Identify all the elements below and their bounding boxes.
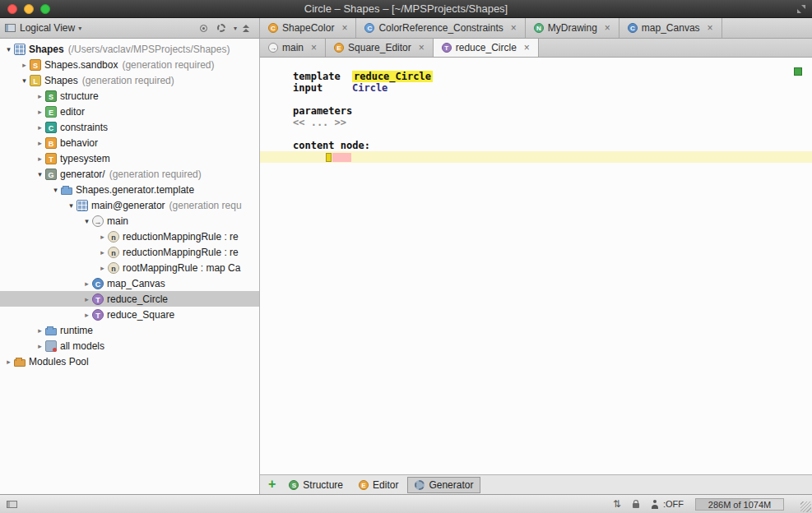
lock-icon[interactable] [633,503,639,508]
tree-item-reductionmappingrule-re[interactable]: ▸nreductionMappingRule : re [0,244,259,260]
chevron-right-icon[interactable]: ▸ [35,155,45,163]
close-button[interactable] [7,4,17,14]
tree-item-behavior[interactable]: ▸Bbehavior [0,135,259,150]
tree-item-reduce-circle[interactable]: ▸Treduce_Circle [0,291,259,307]
add-aspect-button[interactable]: + [268,477,276,492]
tab-map-canvas[interactable]: Cmap_Canvas× [619,18,722,38]
chevron-down-icon[interactable]: ▾ [50,186,61,194]
close-icon[interactable]: × [311,42,317,53]
close-icon[interactable]: × [524,42,530,53]
chevron-right-icon[interactable]: ▸ [35,92,45,100]
close-icon[interactable]: × [511,22,517,34]
tree-item-reductionmappingrule-re[interactable]: ▸nreductionMappingRule : re [0,229,259,244]
error-cell[interactable] [332,153,351,162]
gear-chevron-down-icon[interactable]: ▾ [234,25,237,32]
tab-colorreference-constraints[interactable]: CColorReference_Constraints× [356,18,525,38]
resize-grip-icon[interactable] [800,501,811,512]
close-icon[interactable]: × [419,42,425,53]
memory-indicator[interactable]: 286M of 1074M [695,498,784,511]
bottom-tab-structure[interactable]: SStructure [282,478,350,492]
view-selector[interactable]: Logical View [20,22,75,34]
title-bar[interactable]: Circle – Shapes – [~/MPSProjects/Shapes] [0,0,812,18]
chevron-right-icon[interactable]: ▸ [35,108,45,116]
tree-item-rootmappingrule-map-ca[interactable]: ▸nrootMappingRule : map Ca [0,260,259,275]
close-icon[interactable]: × [708,22,713,34]
tab-mydrawing[interactable]: NMyDrawing× [526,18,619,38]
tab-main[interactable]: →main× [260,39,326,57]
chevron-right-icon[interactable]: ▸ [35,326,45,335]
tree-item-constraints[interactable]: ▸Cconstraints [0,119,259,135]
close-icon[interactable]: × [605,22,610,34]
chevron-right-icon[interactable]: ▸ [81,280,92,288]
chevron-right-icon[interactable]: ▸ [19,61,30,69]
tree-item-editor[interactable]: ▸Eeditor [0,104,259,119]
chevron-down-icon[interactable]: ▾ [19,76,30,85]
project-view-toolbar: Logical View ▾ ▾ [0,18,260,38]
chevron-right-icon[interactable]: ▸ [81,295,92,303]
tree-item-shapes[interactable]: ▾LShapes(generation required) [0,72,259,88]
content-node-line: content node: [260,140,812,151]
tab-label: main [282,42,304,53]
rule-icon: n [108,231,119,243]
editor-tab-row-2: →main×ESquare_Editor×Treduce_Circle× [260,39,812,58]
chevron-down-icon[interactable]: ▾ [81,217,92,225]
tree-item-structure[interactable]: ▸Sstructure [0,88,259,104]
parameters-placeholder[interactable]: << ... >> [293,117,346,128]
hector-icon[interactable] [651,500,659,509]
chevron-right-icon[interactable]: ▸ [35,139,45,147]
chevron-right-icon[interactable]: ▸ [3,358,14,366]
tree-item-label: constraints [60,122,108,133]
chevron-right-icon[interactable]: ▸ [97,248,108,256]
toolwindow-toggle-icon[interactable] [7,501,17,508]
main-icon: → [92,215,104,227]
chevron-right-icon[interactable]: ▸ [35,123,45,132]
tree-item-shapes[interactable]: ▾Shapes(/Users/vaclav/MPSProjects/Shapes… [0,41,259,57]
tab-square-editor[interactable]: ESquare_Editor× [326,39,434,57]
tree-item-shapes-sandbox[interactable]: ▸SShapes.sandbox(generation required) [0,57,259,72]
rule-icon: n [108,262,119,274]
tree-item-shapes-generator-template[interactable]: ▾Shapes.generator.template [0,182,259,197]
collapse-all-icon[interactable] [242,25,249,32]
tree-item-all-models[interactable]: ▸all models [0,338,259,354]
tree-item-typesystem[interactable]: ▸Ttypesystem [0,150,259,166]
canvas-icon: C [628,23,638,33]
chevron-right-icon[interactable]: ▸ [35,342,45,350]
tree-item-map-canvas[interactable]: ▸Cmap_Canvas [0,275,259,291]
tree-item-generator[interactable]: ▾Ggenerator/(generation required) [0,166,259,182]
scroll-to-source-icon[interactable] [200,25,207,32]
chevron-right-icon[interactable]: ▸ [81,311,92,319]
project-tree[interactable]: ▾Shapes(/Users/vaclav/MPSProjects/Shapes… [0,39,260,494]
inspection-status-icon[interactable] [794,67,802,76]
chevron-down-icon[interactable]: ▾ [35,170,45,178]
cursor-cell[interactable] [326,153,332,162]
editor-e-icon: E [359,480,369,490]
gear-icon[interactable] [217,24,225,32]
fullscreen-icon[interactable] [797,5,805,13]
chevron-down-icon[interactable]: ▾ [78,25,81,32]
zoom-button[interactable] [40,4,50,14]
close-icon[interactable]: × [341,22,347,34]
tab-shapecolor[interactable]: CShapeColor× [260,18,356,38]
tree-item-modules-pool[interactable]: ▸Modules Pool [0,354,259,369]
chevron-right-icon[interactable]: ▸ [97,233,108,241]
editor-area[interactable]: templatereduce_Circle inputCircle parame… [260,58,812,474]
chevron-right-icon[interactable]: ▸ [97,264,108,272]
input-value[interactable]: Circle [352,82,387,94]
canvas-icon: C [92,278,104,289]
bottom-tab-generator[interactable]: Generator [407,477,480,493]
tree-item-reduce-square[interactable]: ▸Treduce_Square [0,307,259,322]
tree-item-runtime[interactable]: ▸runtime [0,322,259,338]
tree-item-main[interactable]: ▾→main [0,213,259,229]
aspect-tab-bar: + SStructureEEditorGenerator [260,474,812,494]
tree-item-suffix: (/Users/vaclav/MPSProjects/Shapes) [68,44,230,55]
tab-reduce-circle[interactable]: Treduce_Circle× [434,39,539,57]
template-name[interactable]: reduce_Circle [352,71,433,82]
current-line[interactable] [260,151,812,163]
chevron-down-icon[interactable]: ▾ [66,201,77,210]
updown-arrows-icon[interactable]: ⇅ [613,498,621,510]
tree-item-main-generator[interactable]: ▾main@generator(generation requ [0,197,259,213]
minimize-button[interactable] [24,4,34,14]
bottom-tab-editor[interactable]: EEditor [352,478,405,492]
editor-e-icon: E [334,43,344,53]
chevron-down-icon[interactable]: ▾ [3,45,14,53]
